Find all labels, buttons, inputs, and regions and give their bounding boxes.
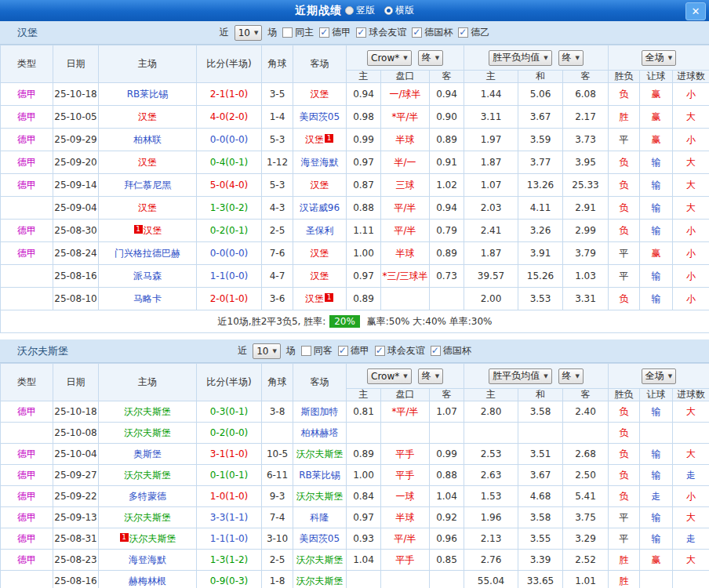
team-link[interactable]: 汉堡 (311, 248, 329, 259)
team-link[interactable]: 沃尔夫斯堡 (129, 533, 176, 544)
subcol-avg-away: 客 (563, 389, 609, 401)
match-count-select[interactable]: 10▼ (253, 343, 281, 359)
handicap-cell: 三球 (381, 174, 430, 197)
match-count-select[interactable]: 10▼ (235, 25, 263, 41)
team-link[interactable]: 沃尔夫斯堡 (124, 470, 171, 481)
team-link[interactable]: 美因茨05 (300, 533, 340, 544)
team-link[interactable]: 奥斯堡 (133, 448, 162, 459)
team-link[interactable]: 汉堡 (311, 89, 329, 100)
league-filter-checkbox[interactable]: 球会友谊 (356, 26, 406, 39)
team-link[interactable]: 沃尔夫斯堡 (124, 406, 171, 417)
league-filter-checkbox[interactable]: 德国杯 (431, 344, 471, 358)
avg-type-select[interactable]: 胜平负均值▼ (489, 50, 551, 66)
goals-result-cell: 小 (673, 486, 709, 507)
league-filter-checkbox[interactable]: 德乙 (458, 26, 489, 39)
handicap-cell: 半球 (381, 242, 430, 265)
corner-cell: 3-8 (262, 401, 293, 423)
team-link[interactable]: 赫梅林根 (129, 575, 166, 586)
team-link[interactable]: 海登海默 (301, 157, 339, 168)
odds-source-select[interactable]: Crow*▼ (367, 368, 412, 384)
away-team-cell: 沃尔夫斯堡 (293, 444, 347, 465)
team-link[interactable]: 沃尔夫斯堡 (296, 554, 344, 565)
team-link[interactable]: 沃尔夫斯堡 (124, 512, 171, 523)
avg-draw-cell: 3.58 (518, 401, 563, 423)
team-link[interactable]: 柏林联 (133, 134, 162, 145)
checkbox-label: 同主 (295, 26, 314, 39)
team-link[interactable]: 派马森 (133, 270, 162, 281)
odds-source-select[interactable]: Crow*▼ (367, 50, 412, 66)
team-link[interactable]: RB莱比锡 (299, 470, 340, 481)
odds-home-cell: 0.89 (347, 288, 381, 310)
team-link[interactable]: 沃尔夫斯堡 (124, 427, 171, 438)
team-link[interactable]: 斯图加特 (301, 406, 339, 417)
handicap-result-cell: 输 (640, 528, 673, 550)
home-team-cell: 汉堡 (99, 151, 197, 174)
team-link[interactable]: 科隆 (311, 512, 329, 523)
corner-cell: 1-4 (262, 106, 293, 129)
team-link[interactable]: 美因茨05 (300, 111, 340, 122)
team-link[interactable]: 汉堡 (138, 111, 157, 122)
type-cell: 球会友谊 (1, 197, 53, 220)
team-link[interactable]: 汉堡 (305, 293, 324, 304)
handicap-result-cell: 输 (640, 288, 673, 310)
avg-type-select[interactable]: 胜平负均值▼ (489, 368, 551, 384)
team-link[interactable]: 汉堡 (138, 157, 157, 168)
outcome-cell: 负 (609, 197, 640, 220)
team-link[interactable]: 汉堡 (311, 180, 329, 191)
scope-select[interactable]: 全场▼ (642, 368, 676, 384)
odds-away-cell: 1.02 (430, 174, 464, 197)
home-team-cell: 1沃尔夫斯堡 (99, 528, 197, 550)
odds-final-select[interactable]: 终▼ (418, 368, 443, 384)
team-link[interactable]: 汉堡 (311, 270, 329, 281)
avg-draw-cell: 3.51 (518, 444, 563, 465)
league-filter-checkbox[interactable]: 德国杯 (412, 26, 453, 39)
team-link[interactable]: 沃尔夫斯堡 (296, 491, 344, 502)
team-link[interactable]: 汉诺威96 (300, 202, 340, 213)
avg-draw-cell: 3.53 (518, 288, 563, 310)
league-filter-checkbox[interactable]: 德甲 (338, 344, 369, 358)
team-link[interactable]: 沃尔夫斯堡 (296, 575, 344, 586)
red-card-badge: 1 (325, 134, 333, 143)
team-link[interactable]: 马略卡 (133, 293, 162, 304)
scope-select[interactable]: 全场▼ (642, 50, 676, 66)
radio-horizontal-layout[interactable]: 横版 (384, 4, 414, 17)
team-link[interactable]: 柏林赫塔 (301, 427, 339, 438)
team-link[interactable]: 沃尔夫斯堡 (296, 448, 344, 459)
checkbox-label: 德国杯 (443, 344, 471, 358)
team-link[interactable]: 汉堡 (138, 202, 157, 213)
team-link[interactable]: RB莱比锡 (127, 89, 169, 100)
summary-prefix: 近10场,胜2平3负5, 胜率: (218, 316, 326, 327)
team-link[interactable]: 拜仁慕尼黑 (124, 180, 171, 191)
odds-away-cell: 0.96 (430, 528, 464, 550)
score-cell: 1-3(1-2) (197, 550, 262, 571)
handicap-cell: *平/半 (381, 106, 430, 129)
odds-final-select[interactable]: 终▼ (418, 50, 443, 66)
team-link[interactable]: 海登海默 (129, 554, 166, 565)
type-cell: 德甲 (1, 465, 53, 486)
handicap-cell (381, 571, 430, 588)
handicap-result-cell: 输 (640, 465, 673, 486)
date-cell: 25-08-31 (53, 528, 99, 550)
radio-vertical-layout[interactable]: 竖版 (345, 4, 375, 17)
same-venue-checkbox[interactable]: 同客 (301, 344, 333, 358)
score-cell: 0-0(0-0) (197, 242, 262, 265)
avg-final-select[interactable]: 终▼ (558, 368, 584, 384)
same-venue-checkbox[interactable]: 同主 (282, 26, 314, 39)
date-cell: 25-09-20 (53, 151, 99, 174)
filter-controls: 近10▼场同客德甲球会友谊德国杯 (238, 343, 471, 359)
league-filter-checkbox[interactable]: 德甲 (319, 26, 351, 39)
away-team-cell: RB莱比锡 (293, 465, 347, 486)
close-icon[interactable]: ✕ (685, 2, 706, 20)
avg-final-select[interactable]: 终▼ (558, 50, 584, 66)
team-link[interactable]: 圣保利 (306, 225, 334, 236)
handicap-result-cell: 赢 (640, 550, 673, 571)
chevron-down-icon: ▼ (576, 373, 580, 379)
outcome-cell: 负 (609, 465, 640, 486)
league-filter-checkbox[interactable]: 球会友谊 (375, 344, 425, 358)
team-link[interactable]: 汉堡 (144, 225, 162, 236)
team-link[interactable]: 门兴格拉德巴赫 (115, 248, 180, 259)
team-link[interactable]: 多特蒙德 (129, 491, 166, 502)
handicap-cell: *三/三球半 (381, 265, 430, 288)
team-link[interactable]: 汉堡 (305, 134, 324, 145)
handicap-cell: 平手 (381, 550, 430, 571)
